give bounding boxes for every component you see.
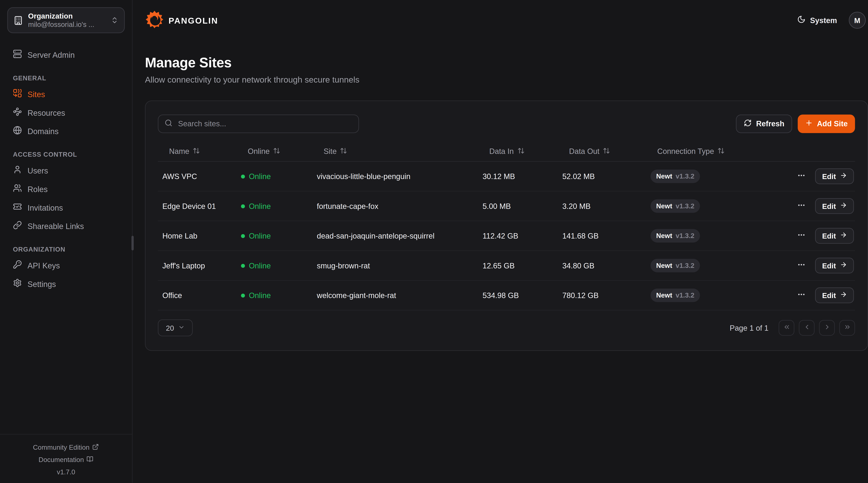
globe-icon: [13, 126, 22, 136]
cell-actions: Edit: [771, 168, 855, 184]
add-site-button-label: Add Site: [817, 120, 848, 128]
documentation-link[interactable]: Documentation: [0, 454, 132, 466]
edit-button[interactable]: Edit: [815, 168, 854, 184]
sidebar-item-domains[interactable]: Domains: [7, 122, 125, 140]
edit-button[interactable]: Edit: [815, 258, 854, 273]
sidebar: Organization milo@fossorial.io's ... Ser…: [0, 0, 133, 483]
table-row: Jeff's Laptop Online smug-brown-rat 12.6…: [158, 251, 855, 281]
online-status-dot: [241, 293, 245, 297]
sidebar-item-label: Domains: [28, 127, 59, 136]
row-menu-button[interactable]: [795, 230, 807, 242]
plus-icon: [805, 119, 813, 129]
cell-name: Home Lab: [158, 232, 237, 240]
edit-button[interactable]: Edit: [815, 228, 854, 244]
arrow-up-down-icon: [193, 147, 200, 156]
column-header-connection-type[interactable]: Connection Type: [646, 147, 771, 156]
table-row: Edge Device 01 Online fortunate-cape-fox…: [158, 191, 855, 221]
sidebar-item-sites[interactable]: Sites: [7, 85, 125, 103]
refresh-button[interactable]: Refresh: [736, 115, 792, 133]
last-page-button[interactable]: [839, 320, 855, 336]
waypoints-icon: [13, 107, 22, 118]
connection-type-badge: Newtv1.3.2: [650, 169, 700, 183]
page-title: Manage Sites: [145, 55, 868, 71]
sidebar-item-resources[interactable]: Resources: [7, 103, 125, 122]
sidebar-item-users[interactable]: Users: [7, 161, 125, 180]
cell-data-out: 141.68 GB: [558, 232, 646, 240]
sidebar-item-roles[interactable]: Roles: [7, 180, 125, 198]
cell-connection-type: Newtv1.3.2: [646, 259, 771, 272]
ellipsis-icon: [797, 201, 806, 211]
book-open-icon: [87, 456, 94, 464]
org-selector[interactable]: Organization milo@fossorial.io's ...: [7, 7, 125, 33]
cell-actions: Edit: [771, 198, 855, 214]
arrow-up-down-icon: [273, 147, 280, 156]
arrow-up-down-icon: [717, 147, 725, 156]
search-input[interactable]: [177, 119, 352, 129]
sidebar-item-invitations[interactable]: Invitations: [7, 198, 125, 217]
server-icon: [13, 50, 22, 60]
cell-actions: Edit: [771, 228, 855, 244]
row-menu-button[interactable]: [795, 200, 807, 212]
refresh-button-label: Refresh: [756, 120, 784, 128]
key-icon: [13, 260, 22, 270]
avatar[interactable]: M: [849, 12, 866, 29]
ellipsis-icon: [797, 171, 806, 181]
column-header-site[interactable]: Site: [312, 147, 478, 156]
column-header-online[interactable]: Online: [237, 147, 312, 156]
sidebar-item-shareable-links[interactable]: Shareable Links: [7, 217, 125, 235]
cell-name: Edge Device 01: [158, 202, 237, 210]
page-content: Manage Sites Allow connectivity to your …: [133, 40, 868, 351]
cell-name: Office: [158, 291, 237, 300]
card-toolbar: Refresh Add Site: [146, 101, 867, 141]
sidebar-item-server-admin[interactable]: Server Admin: [7, 45, 125, 64]
section-label-general: GENERAL: [7, 74, 125, 82]
sites-card: Refresh Add Site Name Online Site Data I…: [145, 100, 868, 351]
row-menu-button[interactable]: [795, 289, 807, 301]
link-icon: [13, 221, 22, 231]
ellipsis-icon: [797, 261, 806, 271]
arrow-up-down-icon: [517, 147, 524, 156]
topbar-right: System M: [797, 12, 866, 29]
avatar-initial: M: [854, 16, 860, 25]
cell-name: AWS VPC: [158, 172, 237, 181]
sidebar-item-label: Invitations: [28, 203, 63, 212]
row-menu-button[interactable]: [795, 170, 807, 183]
edit-button[interactable]: Edit: [815, 198, 854, 214]
chevron-down-icon: [178, 324, 185, 332]
community-edition-link[interactable]: Community Edition: [0, 441, 132, 453]
page-status: Page 1 of 1: [730, 324, 768, 332]
first-page-button[interactable]: [779, 320, 795, 336]
sidebar-resize-handle[interactable]: [131, 236, 134, 250]
ellipsis-icon: [797, 231, 806, 241]
external-link-icon: [92, 443, 99, 452]
footer-link-label: Community Edition: [33, 444, 90, 451]
search-box: [158, 115, 359, 133]
row-menu-button[interactable]: [795, 259, 807, 272]
sidebar-item-label: API Keys: [28, 261, 60, 270]
edit-button[interactable]: Edit: [815, 287, 854, 303]
column-header-data-in[interactable]: Data In: [478, 147, 558, 156]
table-header-row: Name Online Site Data In Data Out Connec…: [158, 141, 855, 162]
app-version: v1.7.0: [0, 466, 132, 478]
page-size-select[interactable]: 20: [158, 319, 193, 336]
column-header-name[interactable]: Name: [158, 147, 237, 156]
next-page-button[interactable]: [819, 320, 835, 336]
cell-online-status: Online: [237, 202, 312, 210]
cell-connection-type: Newtv1.3.2: [646, 229, 771, 243]
cell-online-status: Online: [237, 291, 312, 300]
cell-data-out: 780.12 GB: [558, 291, 646, 300]
sidebar-item-settings[interactable]: Settings: [7, 275, 125, 293]
brand-logo[interactable]: PANGOLIN: [145, 9, 218, 31]
sidebar-item-api-keys[interactable]: API Keys: [7, 256, 125, 275]
column-header-data-out[interactable]: Data Out: [558, 147, 646, 156]
previous-page-button[interactable]: [799, 320, 815, 336]
online-status-dot: [241, 234, 245, 238]
arrow-right-icon: [840, 291, 847, 300]
page-subtitle: Allow connectivity to your network throu…: [145, 74, 868, 84]
cell-data-in: 12.65 GB: [478, 261, 558, 270]
pagination-bar: 20 Page 1 of 1: [146, 311, 867, 350]
chevron-right-icon: [823, 323, 831, 332]
theme-toggle[interactable]: System: [797, 15, 837, 25]
cell-online-status: Online: [237, 172, 312, 181]
add-site-button[interactable]: Add Site: [798, 115, 855, 133]
